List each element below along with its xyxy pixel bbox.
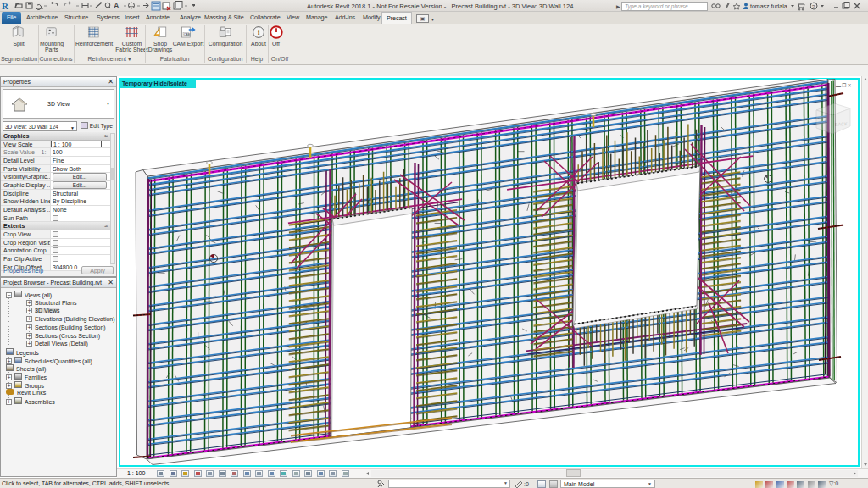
- svg-text:CAM: CAM: [184, 33, 191, 36]
- svg-text:BACK: BACK: [835, 121, 849, 127]
- svg-text:A: A: [114, 2, 120, 10]
- svg-text:?: ?: [812, 4, 815, 9]
- svg-text::0: :0: [524, 481, 529, 487]
- svg-text:tomasz.fudala: tomasz.fudala: [750, 3, 787, 9]
- svg-text:R: R: [2, 1, 9, 11]
